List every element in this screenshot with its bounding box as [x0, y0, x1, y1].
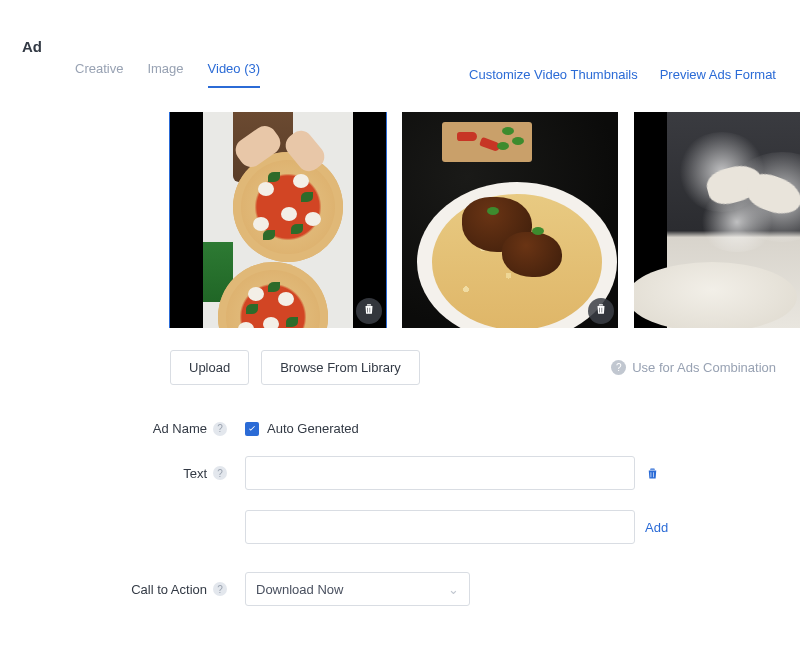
cta-row: Call to Action ? Download Now ⌄ [75, 572, 776, 606]
check-icon [247, 424, 257, 434]
tab-video[interactable]: Video (3) [208, 61, 261, 88]
tabs: Creative Image Video (3) [75, 61, 260, 88]
video-thumbnail[interactable] [634, 112, 800, 328]
thumbnail-actions: Upload Browse From Library ? Use for Ads… [75, 350, 800, 385]
text-input-1[interactable] [245, 456, 635, 490]
auto-generated-label: Auto Generated [267, 421, 359, 436]
video-thumbnail[interactable] [402, 112, 618, 328]
help-icon[interactable]: ? [213, 466, 227, 480]
thumbnail-image [203, 112, 353, 328]
ad-name-label: Ad Name [153, 421, 207, 436]
trash-icon [362, 302, 376, 320]
text-label: Text [183, 466, 207, 481]
text-row-1: Text ? [75, 456, 776, 490]
auto-generated-checkbox[interactable] [245, 422, 259, 436]
tab-image[interactable]: Image [147, 61, 183, 88]
customize-thumbnails-link[interactable]: Customize Video Thumbnails [469, 67, 638, 82]
text-input-2[interactable] [245, 510, 635, 544]
thumbnail-image [667, 112, 800, 328]
trash-icon [645, 466, 660, 481]
cta-selected-value: Download Now [256, 582, 343, 597]
tabs-row: Creative Image Video (3) Customize Video… [75, 61, 800, 88]
help-icon[interactable]: ? [213, 422, 227, 436]
upload-button[interactable]: Upload [170, 350, 249, 385]
tab-creative[interactable]: Creative [75, 61, 123, 88]
cta-label: Call to Action [131, 582, 207, 597]
use-for-ads-combination: ? Use for Ads Combination [611, 360, 776, 375]
info-icon: ? [611, 360, 626, 375]
video-thumbnails [75, 112, 800, 328]
help-icon[interactable]: ? [213, 582, 227, 596]
browse-library-button[interactable]: Browse From Library [261, 350, 420, 385]
ad-name-row: Ad Name ? Auto Generated [75, 421, 776, 436]
delete-thumbnail-button[interactable] [356, 298, 382, 324]
chevron-down-icon: ⌄ [448, 582, 459, 597]
text-row-2: Add [75, 510, 776, 544]
ad-form: Ad Name ? Auto Generated Text ? [75, 421, 800, 606]
preview-ads-link[interactable]: Preview Ads Format [660, 67, 776, 82]
delete-thumbnail-button[interactable] [588, 298, 614, 324]
video-thumbnail[interactable] [170, 112, 386, 328]
thumbnail-image [402, 112, 618, 328]
add-text-link[interactable]: Add [645, 520, 668, 535]
trash-icon [594, 302, 608, 320]
combination-label: Use for Ads Combination [632, 360, 776, 375]
page-title: Ad [0, 0, 800, 55]
delete-text-button[interactable] [645, 466, 660, 481]
header-links: Customize Video Thumbnails Preview Ads F… [469, 67, 776, 82]
cta-select[interactable]: Download Now ⌄ [245, 572, 470, 606]
